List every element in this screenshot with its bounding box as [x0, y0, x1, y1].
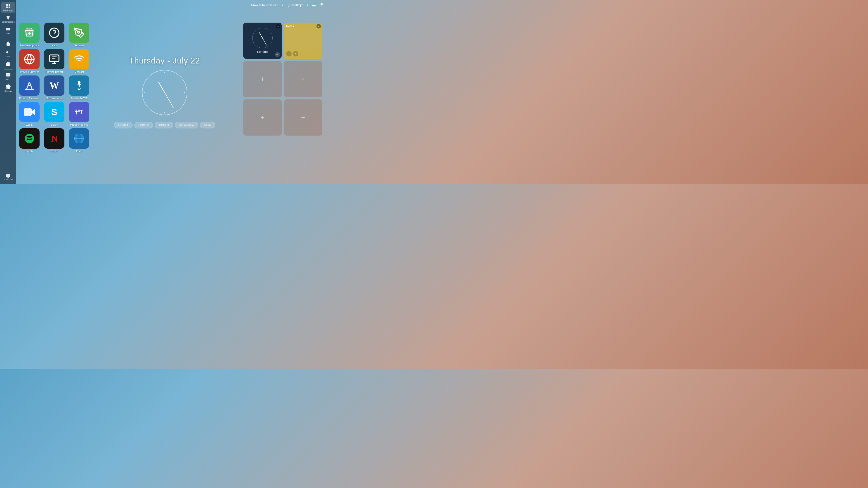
spotify-icon [24, 133, 35, 144]
widget-add-3[interactable]: + [243, 99, 282, 135]
sidebar-label-active-apps: Active apps [3, 9, 13, 11]
device-name: ProwiseTouchscreen [251, 3, 278, 7]
pc-module-button[interactable]: PC module [175, 122, 198, 129]
hdmi1-button[interactable]: HDMI 1 [114, 122, 132, 129]
svg-rect-4 [8, 4, 10, 6]
hdmi2-button[interactable]: HDMI 2 [134, 122, 153, 129]
app-spotify[interactable]: Spotify [18, 128, 41, 153]
svg-point-7 [8, 19, 8, 20]
widget-panel: × London ⚙ × Notes − ✏ + + + + [243, 23, 322, 135]
device-name-item: ProwiseTouchscreen [251, 3, 278, 7]
widget-notes-content[interactable] [286, 29, 320, 50]
appstore-icon [24, 27, 35, 38]
clock-face [142, 70, 187, 115]
app-label-zoom: Zoom [26, 123, 33, 126]
app-prowise-presenter[interactable]: Prowise Presenter [18, 75, 41, 100]
svg-point-26 [25, 134, 34, 143]
svg-rect-20 [50, 55, 59, 61]
mute-button[interactable]: Mute [200, 122, 215, 129]
widget-notes[interactable]: × Notes − ✏ [284, 23, 322, 59]
widget-clock-close[interactable]: × [276, 24, 280, 29]
wifi-icon [320, 3, 324, 7]
input-icon [6, 27, 11, 32]
app-label-prowise-reflect: Prowise Reflect [46, 70, 63, 73]
sidebar-item-home[interactable] [1, 60, 16, 68]
browser-icon [24, 54, 35, 65]
app-pronote[interactable]: ProNote [68, 23, 90, 47]
sidebar-divider-1 [4, 38, 13, 38]
power-icon [6, 173, 11, 178]
widget-notes-title: Notes [286, 24, 294, 28]
widget-add-2-icon: + [301, 75, 305, 84]
app-label-help: Help [52, 44, 57, 47]
app-prowise-reflect[interactable]: Prowise Reflect [43, 49, 66, 73]
user-name: xpe8thjm [291, 3, 303, 7]
cast-icon [6, 15, 11, 20]
sidebar-item-input[interactable]: Input [1, 25, 16, 36]
help-icon [49, 27, 60, 38]
widget-add-4-icon: + [301, 113, 305, 122]
sidebar-item-lock[interactable] [1, 40, 16, 47]
earth-icon [73, 133, 85, 144]
center-area: Thursday - July 22 HDMI 1 HDMI 2 HDMI 3 … [114, 56, 215, 129]
widget-add-2[interactable]: + [284, 61, 322, 97]
svg-rect-3 [6, 4, 8, 6]
widget-add-4[interactable]: + [284, 99, 322, 135]
app-grid: Prowise Appstore Help ProNote Prowise Br… [18, 23, 90, 153]
sidebar-divider-2 [4, 69, 13, 70]
svg-rect-6 [8, 6, 10, 8]
app-label-microsoft-teams: Microsoft Teams [70, 123, 88, 126]
app-label-netflix: Netflix [51, 150, 58, 153]
widget-notes-actions: − ✏ [286, 51, 320, 57]
app-prowise-browser[interactable]: Prowise Browser [18, 49, 41, 73]
widget-clock-settings[interactable]: ⚙ [275, 52, 280, 57]
sidebar-label-shutdown: Shutdown [4, 178, 13, 181]
widget-notes-edit[interactable]: ✏ [293, 51, 298, 57]
app-earth[interactable]: Earth [68, 128, 90, 153]
app-label-prowise-move: Prowise MOVE [71, 97, 88, 100]
app-prowise-appstore[interactable]: Prowise Appstore [18, 23, 41, 47]
app-zoom[interactable]: Zoom [18, 102, 41, 126]
app-microsoft-word[interactable]: W Microsoft Word [43, 75, 66, 100]
minute-hand [164, 92, 174, 108]
zoom-icon [24, 106, 35, 118]
date-label: Thursday - July 22 [129, 56, 200, 66]
sidebar-item-screencasting[interactable]: Screencasting [1, 14, 16, 24]
svg-point-1 [314, 3, 315, 4]
svg-rect-9 [7, 43, 10, 45]
app-help[interactable]: Help [43, 23, 66, 47]
widget-notes-minus[interactable]: − [286, 51, 291, 57]
widget-add-1[interactable]: + [243, 61, 282, 97]
sidebar-item-settings[interactable]: Settings [1, 83, 16, 94]
app-label-prowise-appstore: Prowise Appstore [20, 44, 39, 47]
home-icon [6, 61, 11, 66]
app-label-prowise-presenter: Prowise Presenter [19, 97, 39, 100]
netflix-letter: N [51, 133, 57, 144]
presenter-icon [24, 80, 35, 91]
hour-hand [158, 82, 165, 93]
sidebar-item-active-apps[interactable]: Active apps [1, 2, 16, 13]
top-bar: ProwiseTouchscreen xpe8thjm [246, 0, 329, 10]
widget-clock[interactable]: × London ⚙ [243, 23, 282, 59]
app-label-miracast: Miracast [74, 70, 84, 73]
app-netflix[interactable]: N Netflix [43, 128, 66, 153]
sidebar-item-lfd[interactable]: LFD [1, 71, 16, 82]
sidebar-item-shutdown[interactable]: Shutdown [1, 171, 16, 182]
widget-notes-close[interactable]: × [316, 24, 321, 29]
app-skype[interactable]: S Skype [43, 102, 66, 126]
widget-center-dot [262, 37, 263, 39]
hdmi3-button[interactable]: HDMI 3 [155, 122, 173, 129]
svg-marker-10 [6, 51, 8, 54]
sidebar-item-volume[interactable]: 20% [1, 48, 16, 59]
word-letter: W [50, 80, 59, 91]
app-label-pronote: ProNote [74, 44, 84, 47]
app-miracast[interactable]: Miracast [68, 49, 90, 73]
sidebar-label-screencasting: Screencasting [2, 21, 14, 23]
svg-rect-11 [6, 73, 10, 76]
widget-clock-face [252, 28, 273, 48]
lock-icon [6, 41, 11, 46]
bell-icon[interactable] [312, 3, 316, 7]
app-microsoft-teams[interactable]: Microsoft Teams [68, 102, 90, 126]
app-prowise-move[interactable]: Prowise MOVE [68, 75, 90, 100]
teams-icon [73, 106, 85, 118]
